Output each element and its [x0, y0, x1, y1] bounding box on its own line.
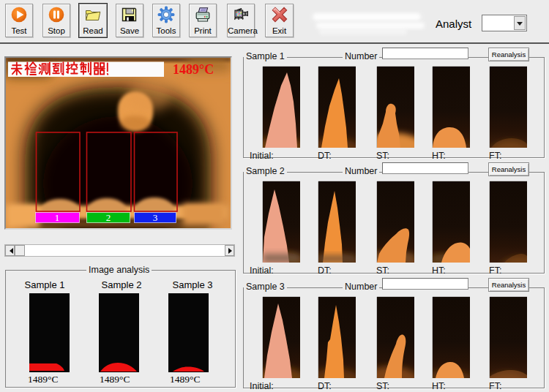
svg-text:2: 2: [106, 212, 111, 223]
svg-text:1: 1: [55, 212, 60, 223]
svg-text:1489°C: 1489°C: [173, 62, 214, 77]
svg-text:3: 3: [153, 212, 158, 223]
